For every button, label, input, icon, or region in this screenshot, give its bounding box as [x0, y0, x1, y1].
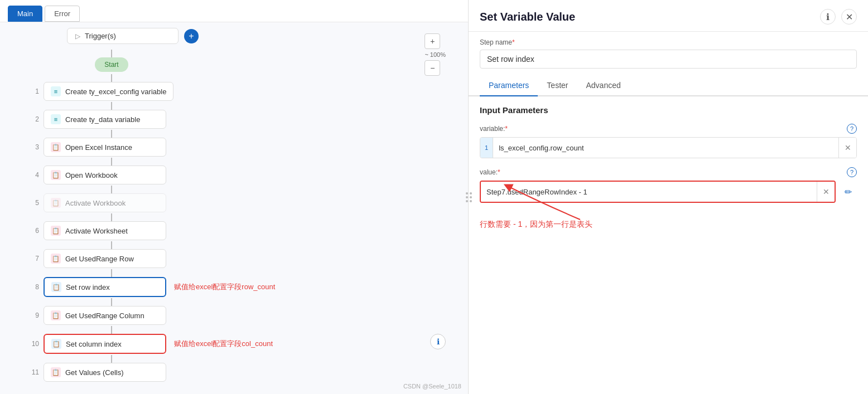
- step-num-8: 8: [22, 283, 39, 291]
- step-num-5: 5: [22, 199, 39, 207]
- step-num-1: 1: [22, 87, 39, 95]
- step-name-label: Step name*: [480, 38, 857, 46]
- value-edit-button[interactable]: ✏: [839, 182, 857, 202]
- variable-help-icon[interactable]: ?: [847, 124, 857, 134]
- step-block-6[interactable]: 📋 Activate Worksheet: [44, 221, 166, 240]
- left-panel: Main Error + ~ 100% − ℹ ▷ Trigger(s) + S…: [0, 0, 469, 394]
- value-annotation-text: 行数需要 - 1，因为第一行是表头: [480, 220, 592, 228]
- value-input[interactable]: [481, 182, 817, 202]
- step-row-1: 1 ≡ Create ty_excel_config variable: [22, 82, 468, 101]
- step-row-3: 3 📋 Open Excel Instance: [22, 138, 468, 157]
- step-num-7: 7: [22, 255, 39, 262]
- panel-resize-handle[interactable]: [466, 192, 472, 202]
- connector-line-2: [111, 74, 112, 82]
- tab-parameters[interactable]: Parameters: [480, 75, 538, 96]
- value-param-row: value:* ? ✕ ✏: [480, 167, 857, 203]
- c2: [111, 130, 112, 138]
- start-node: Start: [95, 57, 128, 72]
- step-num-2: 2: [22, 115, 39, 123]
- right-panel: Set Variable Value ℹ ✕ Step name* Parame…: [469, 0, 868, 394]
- step-icon-9: 📋: [51, 310, 61, 320]
- c10: [111, 355, 112, 363]
- c5: [111, 213, 112, 221]
- step-icon-11: 📋: [51, 367, 61, 377]
- step-num-3: 3: [22, 143, 39, 151]
- flow-canvas: + ~ 100% − ℹ ▷ Trigger(s) + Start 1: [0, 22, 468, 394]
- tab-main[interactable]: Main: [8, 6, 42, 22]
- step-block-5[interactable]: 📋 Activate Workbook: [44, 193, 166, 212]
- panel-info-button[interactable]: ℹ: [820, 9, 836, 25]
- step-block-9[interactable]: 📋 Get UsedRange Column: [44, 306, 166, 325]
- flow-content: ▷ Trigger(s) + Start 1 ≡ Create ty_excel…: [22, 28, 468, 382]
- add-trigger-button[interactable]: +: [184, 29, 199, 43]
- step-icon-2: ≡: [51, 114, 61, 124]
- variable-label-row: variable:* ?: [480, 124, 857, 134]
- tab-tester[interactable]: Tester: [538, 75, 577, 96]
- step-block-7[interactable]: 📋 Get UsedRange Row: [44, 249, 166, 268]
- step-label-4: Open Workbook: [65, 171, 118, 179]
- step-block-1[interactable]: ≡ Create ty_excel_config variable: [44, 82, 173, 101]
- step-label-3: Open Excel Instance: [65, 143, 132, 152]
- step-label-11: Get Values (Cells): [65, 368, 124, 377]
- step-block-8[interactable]: 📋 Set row index: [44, 277, 166, 297]
- panel-title: Set Variable Value: [480, 11, 575, 23]
- step-block-10[interactable]: 📋 Set column index: [44, 334, 166, 354]
- trigger-block[interactable]: ▷ Trigger(s): [67, 28, 179, 44]
- value-help-icon[interactable]: ?: [847, 167, 857, 177]
- panel-close-button[interactable]: ✕: [841, 9, 857, 25]
- variable-label-text: variable:*: [480, 125, 508, 133]
- zoom-controls: + ~ 100% −: [425, 33, 446, 76]
- zoom-level: ~ 100%: [425, 50, 446, 59]
- step-num-6: 6: [22, 227, 39, 235]
- step-row-11: 11 📋 Get Values (Cells): [22, 363, 468, 382]
- step-num-9: 9: [22, 312, 39, 319]
- step-row-7: 7 📋 Get UsedRange Row: [22, 249, 468, 268]
- annotation-8: 赋值给excel配置字段row_count: [174, 282, 275, 292]
- step-icon-5: 📋: [51, 198, 61, 208]
- trigger-row: ▷ Trigger(s) +: [67, 28, 468, 44]
- step-row-2: 2 ≡ Create ty_data variable: [22, 110, 468, 129]
- step-block-2[interactable]: ≡ Create ty_data variable: [44, 110, 166, 129]
- step-row-9: 9 📋 Get UsedRange Column: [22, 306, 468, 325]
- step-name-section: Step name*: [469, 32, 868, 75]
- tab-bar: Main Error: [0, 0, 468, 22]
- step-row-4: 4 📋 Open Workbook: [22, 166, 468, 184]
- c3: [111, 158, 112, 166]
- step-block-3[interactable]: 📋 Open Excel Instance: [44, 138, 166, 157]
- c8: [111, 298, 112, 306]
- panel-header-icons: ℹ ✕: [820, 9, 857, 25]
- variable-badge: 1: [480, 138, 493, 158]
- trigger-icon: ▷: [75, 32, 80, 40]
- step-label-2: Create ty_data variable: [65, 115, 140, 124]
- step-name-input[interactable]: [480, 50, 857, 69]
- step-icon-4: 📋: [51, 170, 61, 180]
- step-icon-6: 📋: [51, 226, 61, 236]
- step-row-8: 8 📋 Set row index 赋值给excel配置字段row_count: [22, 277, 468, 297]
- step-row-5: 5 📋 Activate Workbook: [22, 193, 468, 212]
- step-block-11[interactable]: 📋 Get Values (Cells): [44, 363, 166, 382]
- variable-clear-button[interactable]: ✕: [838, 138, 856, 158]
- tab-advanced[interactable]: Advanced: [577, 75, 629, 96]
- step-num-4: 4: [22, 171, 39, 179]
- step-icon-3: 📋: [51, 142, 61, 152]
- zoom-in-button[interactable]: +: [425, 33, 440, 49]
- step-block-4[interactable]: 📋 Open Workbook: [44, 166, 166, 184]
- tab-error[interactable]: Error: [45, 6, 80, 22]
- step-icon-8: 📋: [51, 282, 61, 292]
- step-icon-10: 📋: [51, 339, 61, 349]
- c7: [111, 269, 112, 277]
- value-label-row: value:* ?: [480, 167, 857, 177]
- value-clear-button[interactable]: ✕: [817, 182, 835, 202]
- step-label-8: Set row index: [66, 283, 110, 291]
- variable-param-row: variable:* ? 1 ✕: [480, 124, 857, 158]
- value-input-wrap: ✕: [480, 181, 836, 203]
- step-label-1: Create ty_excel_config variable: [65, 87, 166, 96]
- variable-input[interactable]: [493, 138, 838, 158]
- step-label-10: Set column index: [66, 340, 122, 348]
- step-num-11: 11: [22, 368, 39, 376]
- zoom-out-button[interactable]: −: [425, 60, 440, 76]
- step-icon-7: 📋: [51, 254, 61, 264]
- step-row-6: 6 📋 Activate Worksheet: [22, 221, 468, 240]
- step-icon-1: ≡: [51, 86, 61, 96]
- panel-header: Set Variable Value ℹ ✕: [469, 0, 868, 32]
